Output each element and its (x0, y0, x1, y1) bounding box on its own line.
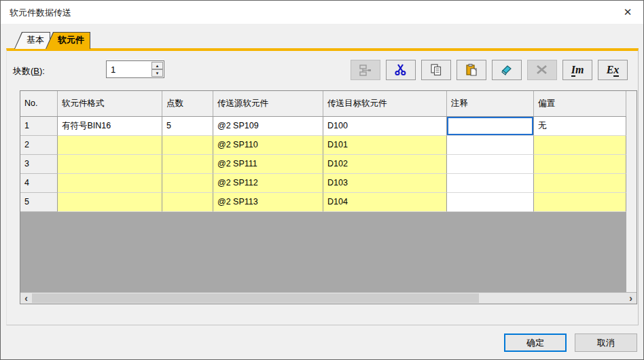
cell-comment[interactable] (447, 193, 534, 212)
cell-comment[interactable] (447, 117, 534, 136)
row-header[interactable]: 1 (20, 117, 58, 136)
row-header[interactable]: 5 (20, 193, 58, 212)
cell-offset[interactable]: 无 (534, 117, 626, 136)
table-row: 3@2 SP111D102 (20, 155, 637, 174)
tab-device[interactable]: 软元件 (46, 32, 90, 49)
cell-comment[interactable] (447, 174, 534, 193)
cell-source[interactable]: @2 SP109 (213, 117, 323, 136)
table-row: 5@2 SP113D104 (20, 193, 637, 212)
block-count-input[interactable] (107, 61, 151, 77)
title-bar[interactable]: 软元件数据传送 ✕ (1, 1, 643, 24)
copy-icon (429, 63, 443, 77)
cell-comment[interactable] (447, 155, 534, 174)
cell-target[interactable]: D103 (323, 174, 447, 193)
column-header-format: 软元件格式 (58, 91, 162, 116)
cell-format[interactable] (58, 174, 162, 193)
grid-header-row: No.软元件格式点数传送源软元件传送目标软元件注释偏置 (20, 91, 637, 117)
toolbar: Im Ex (351, 60, 628, 80)
block-count-label: 块数(B): (13, 65, 45, 77)
horizontal-scrollbar[interactable]: ‹ › (20, 292, 637, 304)
device-data-transfer-dialog: 软元件数据传送 ✕ 基本 软元件 块数(B): ▲ ▼ (0, 0, 644, 360)
insert-block-button[interactable] (351, 60, 380, 80)
cell-offset[interactable] (534, 155, 626, 174)
column-header-points: 点数 (162, 91, 213, 116)
table-row: 1有符号BIN165@2 SP109D100无 (20, 117, 637, 136)
scroll-right-icon[interactable]: › (625, 293, 637, 304)
device-transfer-grid: No.软元件格式点数传送源软元件传送目标软元件注释偏置 1有符号BIN165@2… (20, 90, 637, 304)
scrollbar-thumb[interactable] (32, 293, 479, 303)
column-header-offset: 偏置 (534, 91, 626, 116)
spin-down-icon[interactable]: ▼ (151, 69, 163, 77)
eraser-button[interactable] (492, 60, 522, 80)
paste-icon (465, 63, 478, 77)
cell-points[interactable] (162, 136, 213, 155)
vertical-scrollbar-gutter (626, 91, 637, 292)
import-button[interactable]: Im (562, 60, 592, 80)
close-icon[interactable]: ✕ (612, 1, 643, 24)
column-header-target: 传送目标软元件 (323, 91, 447, 116)
scroll-left-icon[interactable]: ‹ (20, 293, 32, 304)
column-header-comment: 注释 (447, 91, 534, 116)
cell-format[interactable] (58, 193, 162, 212)
cell-comment[interactable] (447, 136, 534, 155)
cell-target[interactable]: D102 (323, 155, 447, 174)
cell-points[interactable]: 5 (162, 117, 213, 136)
table-row: 2@2 SP110D101 (20, 136, 637, 155)
row-header[interactable]: 4 (20, 174, 58, 193)
copy-button[interactable] (421, 60, 451, 80)
cell-format[interactable] (58, 155, 162, 174)
export-icon: Ex (607, 65, 620, 75)
table-row: 4@2 SP112D103 (20, 174, 637, 193)
import-icon: Im (571, 65, 584, 75)
export-button[interactable]: Ex (598, 60, 628, 80)
cell-points[interactable] (162, 193, 213, 212)
ok-button[interactable]: 确定 (504, 334, 567, 352)
cell-source[interactable]: @2 SP112 (213, 174, 323, 193)
cell-source[interactable]: @2 SP113 (213, 193, 323, 212)
cancel-button[interactable]: 取消 (575, 334, 637, 352)
cell-format[interactable] (58, 136, 162, 155)
cell-format[interactable]: 有符号BIN16 (58, 117, 162, 136)
cell-offset[interactable] (534, 193, 626, 212)
spin-up-icon[interactable]: ▲ (151, 62, 163, 69)
cell-target[interactable]: D101 (323, 136, 447, 155)
cell-points[interactable] (162, 174, 213, 193)
dialog-title: 软元件数据传送 (10, 7, 71, 19)
delete-icon (535, 63, 549, 77)
cut-button[interactable] (386, 60, 416, 80)
grid-body: 1有符号BIN165@2 SP109D100无2@2 SP110D1013@2 … (20, 117, 637, 212)
cell-target[interactable]: D104 (323, 193, 447, 212)
column-header-no: No. (20, 91, 58, 116)
insert-block-icon (359, 63, 372, 77)
eraser-icon (500, 63, 514, 77)
cell-points[interactable] (162, 155, 213, 174)
cell-target[interactable]: D100 (323, 117, 447, 136)
cell-offset[interactable] (534, 174, 626, 193)
block-count-stepper: ▲ ▼ (106, 60, 164, 78)
tab-device-label: 软元件 (46, 32, 90, 48)
column-header-source: 传送源软元件 (213, 91, 323, 116)
delete-button[interactable] (527, 60, 557, 80)
paste-button[interactable] (457, 60, 486, 80)
cell-offset[interactable] (534, 136, 626, 155)
cell-source[interactable]: @2 SP111 (213, 155, 323, 174)
row-header[interactable]: 3 (20, 155, 58, 174)
cell-source[interactable]: @2 SP110 (213, 136, 323, 155)
cut-icon (394, 63, 408, 77)
row-header[interactable]: 2 (20, 136, 58, 155)
